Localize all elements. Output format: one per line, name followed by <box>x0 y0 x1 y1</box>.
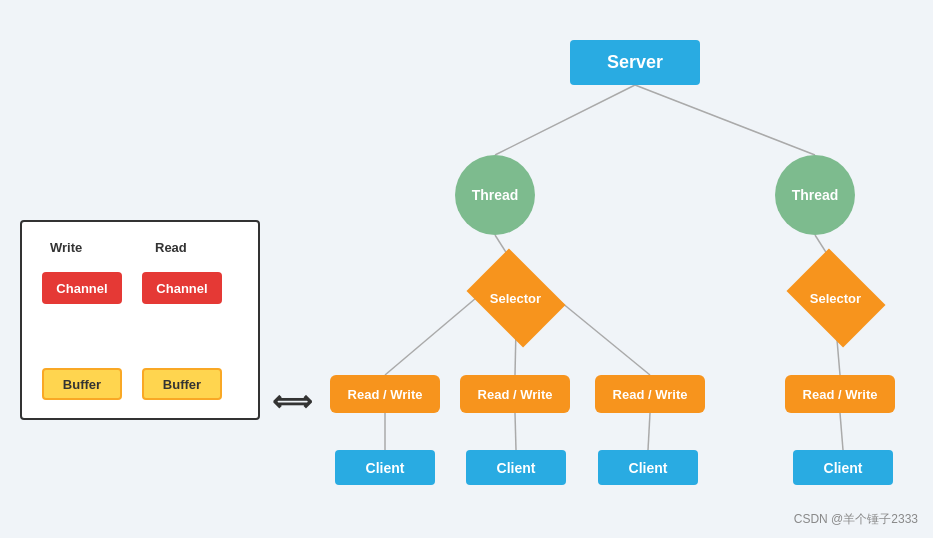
svg-line-6 <box>556 298 650 375</box>
server-box: Server <box>570 40 700 85</box>
channel-write: Channel <box>42 272 122 304</box>
thread-circle-1: Thread <box>455 155 535 235</box>
rw-box-1: Read / Write <box>330 375 440 413</box>
channel-read: Channel <box>142 272 222 304</box>
client-box-2: Client <box>466 450 566 485</box>
buffer-read: Buffer <box>142 368 222 400</box>
selector-diamond-1: Selector <box>467 249 566 348</box>
svg-line-10 <box>648 413 650 450</box>
svg-line-11 <box>840 413 843 450</box>
svg-line-1 <box>635 85 815 155</box>
rw-box-4: Read / Write <box>785 375 895 413</box>
rw-box-2: Read / Write <box>460 375 570 413</box>
diagram-container: Write Read Channel Channel Buffer Buffer… <box>0 0 933 538</box>
svg-line-4 <box>385 298 476 375</box>
selector-diamond-2: Selector <box>787 249 886 348</box>
svg-line-0 <box>495 85 635 155</box>
write-label: Write <box>50 240 82 255</box>
double-arrow-icon: ⟺ <box>272 385 312 418</box>
client-box-3: Client <box>598 450 698 485</box>
client-box-4: Client <box>793 450 893 485</box>
client-box-1: Client <box>335 450 435 485</box>
read-label: Read <box>155 240 187 255</box>
svg-line-9 <box>515 413 516 450</box>
watermark: CSDN @羊个锤子2333 <box>794 511 918 528</box>
buffer-write: Buffer <box>42 368 122 400</box>
thread-circle-2: Thread <box>775 155 855 235</box>
rw-box-3: Read / Write <box>595 375 705 413</box>
